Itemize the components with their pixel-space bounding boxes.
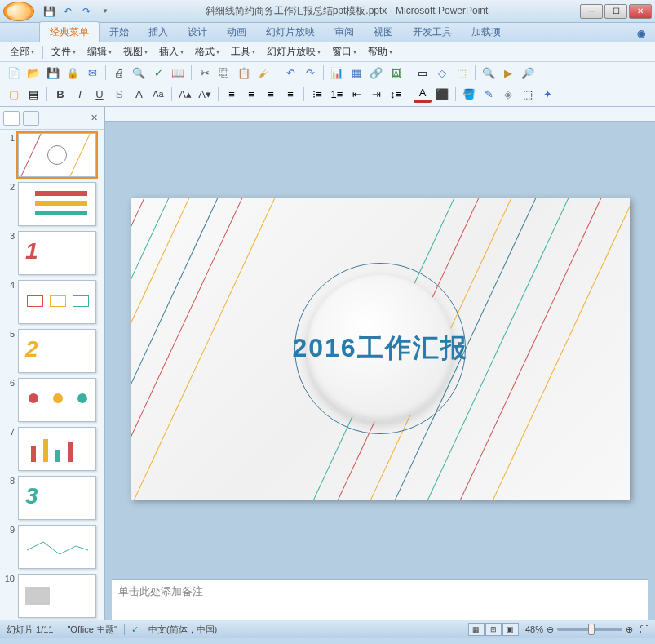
zoom-icon[interactable]: 🔍	[480, 64, 498, 82]
line-spacing-icon[interactable]: ↕≡	[387, 85, 405, 103]
redo-icon[interactable]: ↷	[78, 3, 95, 20]
menu-insert[interactable]: 插入▾	[154, 42, 188, 61]
thumbnail-1[interactable]: 1	[3, 133, 101, 177]
new-slide-icon[interactable]: ▢	[5, 85, 23, 103]
paste-icon[interactable]: 📋	[235, 64, 253, 82]
slideshow-view-button[interactable]: ▣	[502, 623, 519, 636]
thumbnail-3[interactable]: 3 1	[3, 231, 101, 275]
highlight-icon[interactable]: ⬛	[433, 85, 451, 103]
menu-file[interactable]: 文件▾	[46, 42, 81, 61]
picture-icon[interactable]: 🖼	[387, 64, 405, 82]
format-painter-icon[interactable]: 🖌	[254, 64, 272, 82]
menu-view[interactable]: 视图▾	[118, 42, 153, 61]
help-icon[interactable]: ◉	[634, 24, 648, 42]
zoom-slider[interactable]	[557, 628, 622, 631]
arrange-icon[interactable]: ⬚	[453, 64, 471, 82]
tab-insert[interactable]: 插入	[139, 22, 178, 42]
zoom-level[interactable]: 48%	[525, 624, 543, 634]
thumbnail-5[interactable]: 5 2	[3, 329, 101, 373]
shape-fill-icon[interactable]: 🪣	[460, 85, 478, 103]
print-icon[interactable]: 🖨	[110, 64, 128, 82]
increase-font-icon[interactable]: A▴	[176, 85, 194, 103]
increase-indent-icon[interactable]: ⇥	[367, 85, 385, 103]
save-icon[interactable]: 💾	[41, 3, 57, 20]
shape-outline-icon[interactable]: ✎	[480, 85, 498, 103]
align-left-icon[interactable]: ≡	[223, 85, 241, 103]
fit-window-button[interactable]: ⛶	[640, 624, 648, 634]
tab-developer[interactable]: 开发工具	[403, 22, 462, 42]
align-center-icon[interactable]: ≡	[242, 85, 260, 103]
menu-help[interactable]: 帮助▾	[363, 42, 397, 61]
thumbnail-2[interactable]: 2	[3, 182, 101, 226]
undo-icon[interactable]: ↶	[60, 3, 76, 20]
office-button[interactable]	[3, 2, 34, 21]
hyperlink-icon[interactable]: 🔗	[367, 64, 385, 82]
copy-icon[interactable]: ⿻	[215, 64, 233, 82]
email-icon[interactable]: ✉	[83, 64, 101, 82]
decrease-indent-icon[interactable]: ⇤	[347, 85, 365, 103]
tab-addins[interactable]: 加载项	[462, 22, 511, 42]
chart-icon[interactable]: 📊	[328, 64, 346, 82]
spelling-icon[interactable]: ✓	[149, 64, 167, 82]
decrease-font-icon[interactable]: A▾	[196, 85, 214, 103]
tab-animation[interactable]: 动画	[217, 22, 256, 42]
slides-tab[interactable]	[3, 111, 20, 126]
bold-button[interactable]: B	[51, 85, 69, 103]
align-right-icon[interactable]: ≡	[262, 85, 280, 103]
strikethrough-button[interactable]: A̶	[130, 85, 148, 103]
slide-canvas-area[interactable]: 2016工作汇报	[105, 122, 655, 575]
outline-tab[interactable]	[23, 111, 39, 126]
normal-view-button[interactable]: ▦	[468, 623, 485, 636]
thumbnail-6[interactable]: 6	[3, 378, 101, 422]
tab-classic-menu[interactable]: 经典菜单	[39, 21, 100, 42]
print-preview-icon[interactable]: 🔍	[130, 64, 148, 82]
notes-pane[interactable]: 单击此处添加备注	[112, 579, 648, 620]
menu-edit[interactable]: 编辑▾	[82, 42, 117, 61]
change-case-button[interactable]: Aa	[149, 85, 167, 103]
spell-check-icon[interactable]: ✓	[131, 624, 139, 635]
permission-icon[interactable]: 🔒	[64, 64, 82, 82]
slide-show-icon[interactable]: ▶	[499, 64, 517, 82]
minimize-button[interactable]: ─	[580, 4, 603, 19]
menu-format[interactable]: 格式▾	[190, 42, 224, 61]
thumbnail-9[interactable]: 9	[3, 525, 101, 569]
tab-review[interactable]: 审阅	[325, 22, 364, 42]
bullets-icon[interactable]: ⁝≡	[308, 85, 326, 103]
arrange-icon[interactable]: ⬚	[519, 85, 537, 103]
maximize-button[interactable]: ☐	[604, 4, 627, 19]
font-color-icon[interactable]: A	[414, 85, 432, 103]
tab-home[interactable]: 开始	[100, 22, 139, 42]
zoom-out-button[interactable]: ⊖	[547, 624, 554, 635]
redo-icon[interactable]: ↷	[301, 64, 319, 82]
table-icon[interactable]: ▦	[347, 64, 365, 82]
qat-dropdown-icon[interactable]: ▼	[97, 3, 113, 20]
thumbnail-8[interactable]: 8 3	[3, 476, 101, 520]
justify-icon[interactable]: ≡	[281, 85, 299, 103]
language-indicator[interactable]: 中文(简体，中国)	[148, 624, 217, 636]
thumbnail-7[interactable]: 7	[3, 427, 101, 471]
layout-icon[interactable]: ▤	[24, 85, 42, 103]
thumbnail-list[interactable]: 1 2 3 1 4 5 2 6	[0, 130, 104, 620]
menu-slideshow[interactable]: 幻灯片放映▾	[262, 42, 325, 61]
tab-view[interactable]: 视图	[364, 22, 403, 42]
research-icon[interactable]: 📖	[169, 64, 187, 82]
shapes-icon[interactable]: ◇	[433, 64, 451, 82]
sorter-view-button[interactable]: ⊞	[485, 623, 502, 636]
menu-all[interactable]: 全部▾	[5, 42, 39, 61]
close-button[interactable]: ✕	[629, 4, 652, 19]
slide-title-text[interactable]: 2016工作汇报	[292, 331, 467, 366]
menu-tools[interactable]: 工具▾	[226, 42, 260, 61]
find-icon[interactable]: 🔎	[519, 64, 537, 82]
italic-button[interactable]: I	[71, 85, 89, 103]
tab-design[interactable]: 设计	[178, 22, 217, 42]
numbering-icon[interactable]: 1≡	[328, 85, 346, 103]
open-icon[interactable]: 📂	[24, 64, 42, 82]
cut-icon[interactable]: ✂	[196, 64, 214, 82]
shadow-button[interactable]: S	[110, 85, 128, 103]
new-icon[interactable]: 📄	[5, 64, 23, 82]
zoom-in-button[interactable]: ⊕	[626, 624, 633, 635]
tab-slideshow[interactable]: 幻灯片放映	[256, 22, 325, 42]
underline-button[interactable]: U	[91, 85, 108, 103]
panel-close-icon[interactable]: ✕	[87, 111, 101, 125]
menu-window[interactable]: 窗口▾	[327, 42, 361, 61]
